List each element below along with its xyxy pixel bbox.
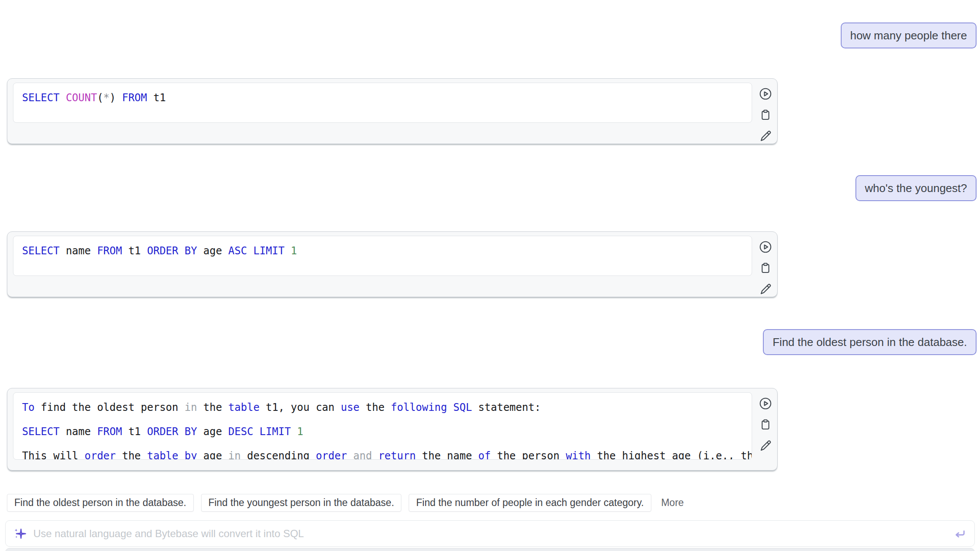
sql-code-line: SELECT name FROM t1 ORDER BY age ASC LIM… bbox=[22, 239, 743, 263]
copy-button[interactable] bbox=[759, 261, 772, 275]
response-text-line: To find the oldest person in the table t… bbox=[22, 395, 743, 420]
run-query-button[interactable] bbox=[759, 240, 772, 254]
run-query-button[interactable] bbox=[759, 397, 772, 410]
run-query-button[interactable] bbox=[759, 87, 772, 101]
sql-result-area: SELECT name FROM t1 ORDER BY age ASC LIM… bbox=[13, 236, 752, 276]
play-circle-icon bbox=[759, 240, 772, 254]
suggestion-bar: Find the oldest person in the database. … bbox=[7, 494, 686, 512]
pencil-icon bbox=[759, 282, 772, 296]
sql-code-line: SELECT name FROM t1 ORDER BY age DESC LI… bbox=[22, 420, 743, 444]
submit-query-button[interactable] bbox=[953, 527, 967, 541]
pencil-icon bbox=[759, 439, 772, 453]
edit-button[interactable] bbox=[759, 129, 772, 143]
suggestion-chip-gender-count[interactable]: Find the number of people in each gender… bbox=[409, 494, 651, 512]
user-message-bubble: how many people there bbox=[841, 22, 977, 48]
sql-result-area: To find the oldest person in the table t… bbox=[13, 392, 752, 460]
edit-button[interactable] bbox=[759, 282, 772, 296]
composer-bar bbox=[5, 520, 975, 547]
pencil-icon bbox=[759, 129, 772, 143]
suggestion-chip-oldest[interactable]: Find the oldest person in the database. bbox=[7, 494, 194, 512]
edit-button[interactable] bbox=[759, 439, 772, 453]
assistant-response-block: SELECT name FROM t1 ORDER BY age ASC LIM… bbox=[7, 231, 778, 297]
sparkles-icon bbox=[13, 527, 26, 540]
user-message-bubble: who's the youngest? bbox=[855, 175, 977, 201]
copy-button[interactable] bbox=[759, 418, 772, 432]
clipboard-icon bbox=[759, 108, 772, 122]
return-key-icon bbox=[953, 527, 967, 541]
more-suggestions-button[interactable]: More bbox=[659, 497, 686, 509]
results-panel-edge bbox=[5, 548, 975, 551]
copy-button[interactable] bbox=[759, 108, 772, 122]
natural-language-input[interactable] bbox=[32, 527, 947, 540]
response-text-line: This will order the table by age in desc… bbox=[22, 444, 743, 460]
sql-result-area: SELECT COUNT(*) FROM t1 bbox=[13, 83, 752, 123]
message-action-bar bbox=[759, 240, 772, 296]
assistant-response-block: SELECT COUNT(*) FROM t1 bbox=[7, 78, 778, 144]
assistant-response-block: To find the oldest person in the table t… bbox=[7, 388, 778, 471]
message-action-bar bbox=[759, 87, 772, 143]
user-message-bubble: Find the oldest person in the database. bbox=[763, 329, 977, 355]
sql-code-line: SELECT COUNT(*) FROM t1 bbox=[22, 86, 743, 110]
play-circle-icon bbox=[759, 397, 772, 410]
suggestion-chip-youngest[interactable]: Find the youngest person in the database… bbox=[201, 494, 402, 512]
clipboard-icon bbox=[759, 261, 772, 275]
clipboard-icon bbox=[759, 418, 772, 432]
play-circle-icon bbox=[759, 87, 772, 101]
message-action-bar bbox=[759, 397, 772, 453]
